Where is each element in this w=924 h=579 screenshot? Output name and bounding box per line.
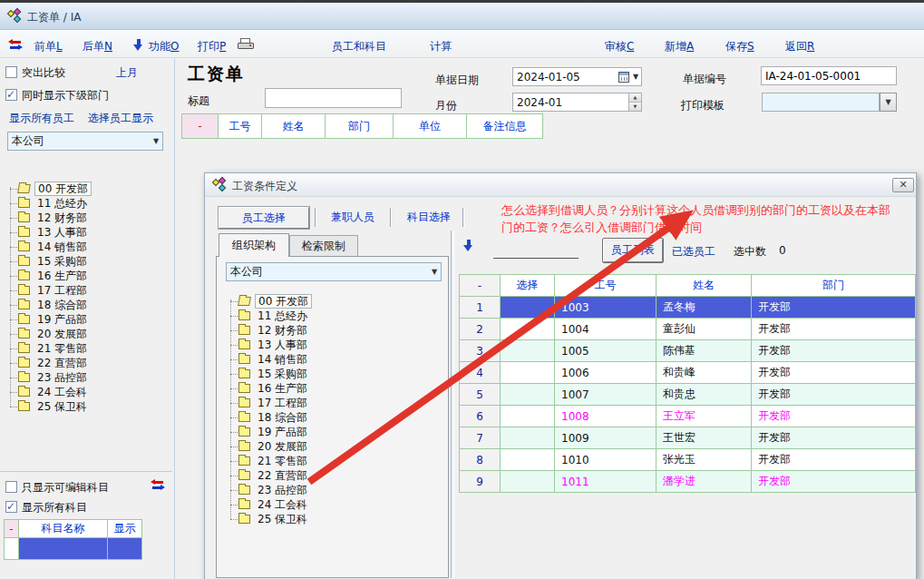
select-cell[interactable] (501, 340, 555, 362)
tree-node[interactable]: 18 综合部 (224, 410, 442, 425)
employee-list-button[interactable]: 员工列表 (603, 239, 663, 262)
tree-node[interactable]: 14 销售部 (4, 240, 172, 254)
spinner-buttons[interactable]: ▲▼ (628, 93, 641, 111)
tree-node[interactable]: 11 总经办 (224, 309, 442, 323)
select-cell[interactable] (501, 297, 555, 319)
select-cell[interactable] (501, 406, 555, 427)
tree-node[interactable]: 19 产品部 (224, 425, 442, 439)
calculate-button[interactable]: 计算 (430, 39, 452, 54)
down-arrow-icon[interactable] (463, 240, 473, 251)
row-selector-header[interactable]: - (182, 114, 219, 139)
tree-node[interactable]: 12 财务部 (4, 211, 172, 225)
select-cell[interactable] (501, 427, 555, 449)
subtab-search-limit[interactable]: 检索限制 (289, 235, 358, 257)
tree-node[interactable]: 22 直营部 (4, 356, 172, 370)
select-cell[interactable] (501, 319, 555, 340)
employee-row[interactable]: 1 1003 孟冬梅 开发部 (460, 297, 916, 319)
chevron-down-icon[interactable]: ▼ (630, 73, 641, 81)
tree-node[interactable]: 13 人事部 (224, 338, 442, 352)
audit-button[interactable]: 审核C (605, 39, 634, 54)
swap-icon[interactable] (8, 39, 23, 50)
tree-node[interactable]: 16 生产部 (4, 269, 172, 283)
down-arrow-icon[interactable] (133, 39, 143, 51)
show-sub-dept-checkbox[interactable] (5, 89, 17, 101)
select-employees-link[interactable]: 选择员工显示 (88, 111, 153, 126)
function-button[interactable]: 功能O (149, 39, 179, 54)
save-button[interactable]: 保存S (725, 39, 754, 54)
subject-name-header[interactable]: 科目名称 (19, 520, 108, 538)
emp-id-header[interactable]: 工号 (555, 275, 657, 297)
tree-node[interactable]: 19 产品部 (4, 312, 172, 327)
add-button[interactable]: 新增A (665, 39, 694, 54)
employee-row[interactable]: 8 1010 张光玉 开发部 (460, 449, 916, 471)
tree-node[interactable]: 23 品控部 (4, 370, 172, 385)
tree-node[interactable]: 23 品控部 (224, 483, 442, 497)
tree-node[interactable]: 17 工程部 (224, 396, 442, 410)
tree-node[interactable]: 24 工会科 (224, 497, 442, 512)
close-icon[interactable]: ✕ (892, 178, 914, 192)
tree-node[interactable]: 21 零售部 (224, 454, 442, 468)
employee-row[interactable]: 9 1011 潘学进 开发部 (460, 471, 916, 493)
select-cell[interactable] (501, 384, 555, 406)
tree-node[interactable]: 25 保卫科 (4, 399, 172, 414)
row-selector-header[interactable]: - (5, 520, 19, 538)
tree-node[interactable]: 13 人事部 (4, 225, 172, 240)
tab-part-time[interactable]: 兼职人员 (320, 207, 385, 229)
remark-header[interactable]: 备注信息 (467, 114, 543, 139)
tree-node[interactable]: 11 总经办 (4, 196, 172, 211)
tree-node[interactable]: 20 发展部 (224, 439, 442, 454)
employee-subject-button[interactable]: 员工和科目 (332, 39, 386, 54)
last-month-link[interactable]: 上月 (116, 65, 138, 81)
dept-header[interactable]: 部门 (326, 114, 394, 139)
highlight-compare-checkbox[interactable] (5, 66, 17, 78)
tree-node[interactable]: 18 综合部 (4, 298, 172, 312)
tree-node[interactable]: 22 直营部 (224, 468, 442, 483)
dialog-company-combo[interactable]: 本公司 ▼ (226, 262, 442, 281)
employee-row[interactable]: 2 1004 童彭仙 开发部 (460, 319, 916, 340)
print-button[interactable]: 打印P (198, 39, 226, 54)
employee-row[interactable]: 7 1009 王世宏 开发部 (460, 427, 916, 449)
splitter-handle[interactable] (451, 231, 454, 578)
tree-node[interactable]: 00 开发部 (4, 182, 172, 196)
show-all-subjects-checkbox[interactable] (5, 501, 17, 513)
tree-node[interactable]: 00 开发部 (224, 294, 442, 309)
title-input[interactable] (265, 88, 402, 108)
filter-input[interactable] (493, 242, 579, 259)
tab-subject-select[interactable]: 科目选择 (396, 207, 462, 229)
company-combo[interactable]: 本公司 ▼ (7, 132, 163, 151)
select-cell[interactable] (501, 471, 555, 493)
prev-doc-button[interactable]: 前单L (34, 39, 63, 54)
tree-node[interactable]: 15 采购部 (4, 254, 172, 269)
tree-node[interactable]: 21 零售部 (4, 341, 172, 356)
print-template-dropdown-button[interactable]: ▼ (880, 93, 897, 112)
employee-row[interactable]: 4 1006 和贵峰 开发部 (460, 362, 916, 384)
selected-employees-link[interactable]: 已选员工 (672, 244, 715, 260)
select-cell[interactable] (501, 449, 555, 471)
tree-node[interactable]: 12 财务部 (224, 323, 442, 338)
month-spinner-field[interactable]: 2024-01 ▲▼ (512, 93, 642, 112)
tree-node[interactable]: 15 采购部 (224, 367, 442, 381)
name-header[interactable]: 姓名 (262, 114, 326, 139)
unit-header[interactable]: 单位 (394, 114, 467, 139)
tree-node[interactable]: 20 发展部 (4, 327, 172, 341)
subject-show-header[interactable]: 显示 (108, 520, 142, 538)
swap-icon[interactable] (151, 479, 165, 490)
only-editable-subjects-checkbox[interactable] (5, 481, 17, 493)
employee-row[interactable]: 3 1005 陈伟基 开发部 (460, 340, 916, 362)
emp-id-header[interactable]: 工号 (219, 114, 262, 139)
next-doc-button[interactable]: 后单N (83, 39, 112, 54)
subject-row[interactable] (5, 538, 142, 560)
name-header[interactable]: 姓名 (657, 275, 752, 297)
tree-node[interactable]: 17 工程部 (4, 283, 172, 298)
calendar-icon[interactable] (618, 72, 629, 83)
subtab-org-structure[interactable]: 组织架构 (219, 233, 289, 257)
tree-node[interactable]: 25 保卫科 (224, 512, 442, 526)
select-header[interactable]: 选择 (501, 275, 555, 297)
back-button[interactable]: 返回R (785, 39, 814, 54)
doc-date-picker[interactable]: 2024-01-05 ▼ (512, 67, 642, 86)
employee-row[interactable]: 5 1007 和贵忠 开发部 (460, 384, 916, 406)
employee-row[interactable]: 6 1008 王立军 开发部 (460, 406, 916, 427)
tree-node[interactable]: 16 生产部 (224, 381, 442, 396)
tree-node[interactable]: 24 工会科 (4, 385, 172, 399)
dept-header[interactable]: 部门 (752, 275, 916, 297)
